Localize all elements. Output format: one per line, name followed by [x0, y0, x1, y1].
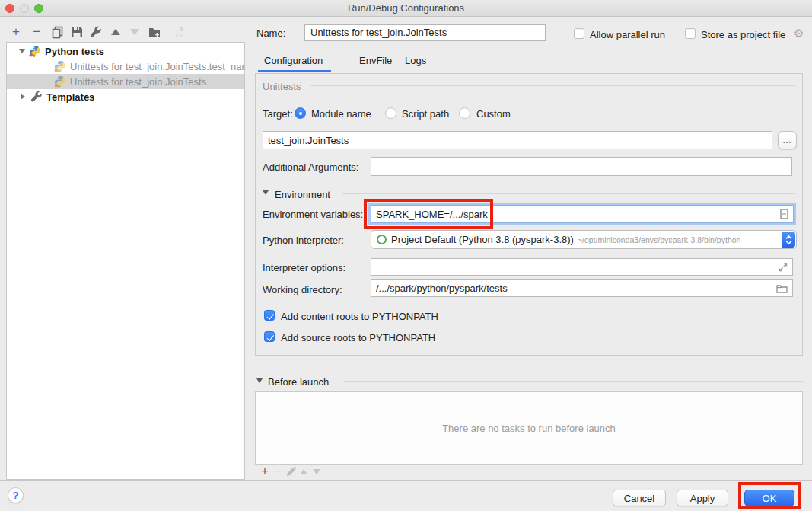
- sort-configurations-button[interactable]: ↓ az: [170, 24, 187, 40]
- add-task-button[interactable]: +: [258, 465, 272, 478]
- python-test-icon: [54, 60, 66, 72]
- empty-tasks-message: There are no tasks to run before launch: [442, 423, 616, 434]
- store-as-project-file-checkbox[interactable]: [685, 28, 696, 39]
- edit-templates-button[interactable]: [88, 24, 104, 40]
- apply-button[interactable]: Apply: [677, 490, 728, 506]
- move-task-down-button[interactable]: [310, 465, 323, 478]
- conda-env-icon: [377, 235, 387, 244]
- arrow-down-icon: [313, 469, 320, 474]
- move-task-up-button[interactable]: [297, 465, 310, 478]
- tree-item-templates[interactable]: Templates: [7, 89, 244, 104]
- add-content-roots-checkbox[interactable]: [264, 310, 275, 321]
- section-divider: [344, 381, 803, 382]
- minus-icon: −: [33, 24, 40, 40]
- arrow-up-icon: [300, 469, 307, 474]
- dropdown-stepper-icon[interactable]: [782, 232, 795, 248]
- cancel-button[interactable]: Cancel: [613, 490, 666, 506]
- browse-variables-icon[interactable]: [780, 209, 788, 219]
- tree-item-jointests-selected[interactable]: Unittests for test_join.JoinTests: [7, 74, 244, 89]
- tab-logs[interactable]: Logs: [405, 55, 426, 66]
- window-title: Run/Debug Configurations: [0, 0, 812, 16]
- python-tests-icon: [29, 45, 41, 57]
- interpreter-options-input[interactable]: [371, 258, 793, 276]
- python-interpreter-label: Python interpreter:: [263, 235, 344, 246]
- arrow-up-icon: [111, 29, 120, 35]
- tree-item-label: Unittests for test_join.JoinTests: [70, 76, 206, 88]
- copy-configuration-button[interactable]: [49, 24, 65, 40]
- ellipsis-icon: …: [782, 135, 792, 145]
- chevron-right-icon[interactable]: [21, 94, 25, 100]
- plus-icon: +: [261, 465, 268, 478]
- active-tab-indicator: [258, 70, 331, 72]
- target-custom-radio[interactable]: [459, 107, 470, 119]
- tree-item-label: Templates: [46, 91, 94, 103]
- tree-item-label: Unittests for test_join.JoinTests.test_n…: [70, 61, 244, 72]
- additional-arguments-label: Additional Arguments:: [263, 161, 358, 173]
- create-folder-button[interactable]: [146, 24, 163, 40]
- remove-task-button[interactable]: −: [271, 465, 285, 478]
- target-custom-label[interactable]: Custom: [476, 108, 511, 120]
- name-input[interactable]: Unittests for test_join.JoinTests: [304, 24, 546, 41]
- sort-az-icon: az: [180, 26, 183, 38]
- configurations-tree: Python tests Unittests for test_join.Joi…: [6, 42, 245, 480]
- working-directory-input[interactable]: /.../spark/python/pyspark/tests: [371, 279, 793, 297]
- remove-configuration-button[interactable]: −: [28, 24, 45, 40]
- tree-item-label: Python tests: [45, 46, 104, 57]
- folder-icon[interactable]: [776, 284, 788, 293]
- environment-section-chevron-icon[interactable]: [263, 190, 269, 195]
- group-divider: [310, 85, 795, 86]
- copy-icon: [51, 26, 64, 39]
- gear-icon[interactable]: ⚙: [794, 27, 804, 40]
- annotation-box-ok: [738, 482, 801, 509]
- tab-configuration[interactable]: Configuration: [264, 55, 323, 66]
- pencil-icon: [286, 467, 296, 477]
- target-input[interactable]: test_join.JoinTests: [263, 131, 772, 149]
- save-configuration-button[interactable]: [68, 24, 85, 40]
- tree-item-python-tests[interactable]: Python tests: [7, 43, 244, 59]
- help-button[interactable]: ?: [8, 487, 24, 503]
- before-launch-task-list: There are no tasks to run before launch: [255, 391, 803, 465]
- section-divider: [342, 193, 795, 194]
- plus-icon: +: [12, 24, 20, 40]
- arrow-down-icon: [130, 29, 139, 35]
- target-module-name-radio[interactable]: [295, 107, 306, 119]
- edit-task-button[interactable]: [284, 465, 298, 478]
- target-module-name-label[interactable]: Module name: [311, 108, 371, 120]
- allow-parallel-run-label: Allow parallel run: [590, 29, 665, 40]
- tree-item-test-narrow[interactable]: Unittests for test_join.JoinTests.test_n…: [7, 59, 244, 74]
- before-launch-label: Before launch: [268, 376, 329, 388]
- unittests-group-label: Unittests: [263, 81, 301, 92]
- browse-button[interactable]: …: [778, 131, 797, 149]
- expand-icon[interactable]: [779, 263, 788, 272]
- target-script-path-radio[interactable]: [385, 107, 396, 119]
- additional-arguments-input[interactable]: [371, 157, 792, 176]
- zoom-button[interactable]: [34, 4, 43, 13]
- interpreter-path: ~/opt/miniconda3/envs/pyspark-3.8/bin/py…: [578, 235, 741, 244]
- add-configuration-button[interactable]: +: [8, 24, 24, 40]
- add-source-roots-checkbox[interactable]: [264, 331, 275, 342]
- allow-parallel-run-checkbox[interactable]: [574, 28, 584, 39]
- python-test-icon: [54, 75, 66, 88]
- add-content-roots-label: Add content roots to PYTHONPATH: [281, 311, 438, 322]
- minimize-button[interactable]: [20, 4, 29, 13]
- target-script-path-label[interactable]: Script path: [402, 108, 449, 120]
- minus-icon: −: [274, 465, 281, 478]
- move-down-button[interactable]: [126, 24, 143, 40]
- environment-variables-label: Environment variables:: [263, 209, 363, 220]
- close-button[interactable]: [5, 4, 14, 13]
- tab-envfile[interactable]: EnvFile: [359, 55, 392, 66]
- interpreter-options-label: Interpreter options:: [263, 262, 345, 273]
- before-launch-chevron-icon[interactable]: [256, 378, 263, 383]
- move-up-button[interactable]: [107, 24, 124, 40]
- working-directory-label: Working directory:: [263, 284, 342, 295]
- python-interpreter-select[interactable]: Project Default (Python 3.8 (pyspark-3.8…: [371, 230, 797, 249]
- new-folder-icon: [148, 27, 161, 38]
- add-source-roots-label: Add source roots to PYTHONPATH: [281, 332, 435, 343]
- store-as-project-file-label: Store as project file: [701, 29, 785, 40]
- save-icon: [71, 26, 83, 38]
- chevron-down-icon[interactable]: [19, 49, 25, 53]
- window-titlebar: Run/Debug Configurations: [0, 0, 812, 17]
- wrench-icon: [90, 26, 102, 38]
- templates-wrench-icon: [30, 91, 43, 103]
- question-icon: ?: [13, 490, 19, 501]
